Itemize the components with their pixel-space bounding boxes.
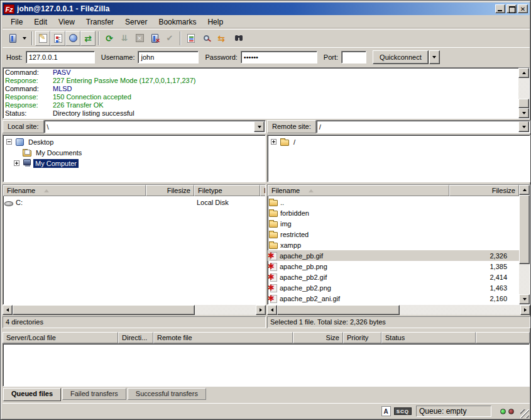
directory-filters-button[interactable]: [183, 31, 199, 46]
minimize-button[interactable]: [495, 4, 505, 13]
image-file-icon: [269, 273, 277, 282]
collapse-icon[interactable]: [6, 139, 12, 145]
log-line-label: Status:: [5, 109, 53, 118]
menu-bookmarks[interactable]: Bookmarks: [153, 16, 202, 28]
remote-file-row[interactable]: apache_pb2.png1,463: [268, 282, 518, 293]
close-button[interactable]: [518, 4, 528, 13]
synchronized-browsing-button[interactable]: [229, 31, 244, 46]
remote-site-combobox[interactable]: /: [316, 120, 530, 133]
toggle-local-treeview-button[interactable]: [50, 31, 65, 46]
menu-edit[interactable]: Edit: [28, 16, 53, 28]
tree-item-desktop[interactable]: Desktop: [3, 136, 265, 147]
menu-file[interactable]: File: [5, 16, 28, 28]
menu-server[interactable]: Server: [119, 16, 153, 28]
queue-column-server-local-file[interactable]: Server/Local file: [3, 332, 118, 343]
refresh-button[interactable]: ⟳: [102, 31, 117, 46]
port-label: Port:: [324, 53, 338, 61]
toggle-transfer-queue-button[interactable]: ⇄: [80, 31, 96, 46]
menu-transfer[interactable]: Transfer: [80, 16, 119, 28]
site-manager-dropdown-button[interactable]: [20, 31, 29, 46]
process-queue-button[interactable]: ⇊: [117, 31, 132, 46]
menu-view[interactable]: View: [53, 16, 80, 28]
scroll-up-button[interactable]: [519, 185, 530, 195]
scroll-right-button[interactable]: [520, 305, 530, 315]
scrollbar-thumb[interactable]: [13, 305, 195, 315]
local-site-combobox[interactable]: \: [44, 120, 266, 133]
scroll-left-button[interactable]: [3, 305, 13, 315]
queue-column-priority[interactable]: Priority: [343, 332, 381, 343]
tree-item-my-computer[interactable]: My Computer: [3, 158, 265, 169]
transfer-queue-list[interactable]: [3, 343, 530, 387]
remote-site-dropdown-button[interactable]: [518, 121, 529, 132]
tab-queued-files[interactable]: Queued files: [3, 388, 61, 401]
scroll-down-button[interactable]: [518, 108, 529, 118]
process-queue-icon: ⇊: [121, 33, 128, 43]
local-column-last-modified[interactable]: L: [260, 185, 266, 196]
remote-file-row[interactable]: forbidden: [268, 207, 518, 218]
tab-successful-transfers[interactable]: Successful transfers: [128, 388, 206, 400]
remote-file-list: Filename Filesize .. forbidden img restr…: [267, 184, 530, 305]
window-title: john@127.0.0.1 - FileZilla: [17, 4, 495, 13]
remote-file-row-selected[interactable]: apache_pb.gif2,326: [268, 250, 518, 261]
local-column-filesize[interactable]: Filesize: [146, 185, 194, 196]
activity-led-red: [508, 409, 514, 414]
remote-file-row[interactable]: apache_pb2_ani.gif2,160: [268, 293, 518, 304]
local-site-dropdown-button[interactable]: [254, 121, 265, 132]
queue-column-direction[interactable]: Directi...: [118, 332, 153, 343]
remote-file-row[interactable]: restricted: [268, 229, 518, 240]
tree-item-my-documents[interactable]: My Documents: [3, 147, 265, 158]
folder-icon: [269, 243, 278, 249]
remote-file-row[interactable]: apache_pb2.gif2,414: [268, 272, 518, 282]
scroll-left-button[interactable]: [267, 305, 277, 315]
remote-vertical-scrollbar[interactable]: [519, 185, 530, 304]
expand-icon[interactable]: [271, 139, 276, 145]
disconnect-button[interactable]: ✕: [147, 31, 162, 46]
local-horizontal-scrollbar[interactable]: [3, 305, 266, 315]
site-manager-icon: [9, 34, 16, 43]
remote-file-row[interactable]: img: [268, 218, 518, 229]
resize-grip[interactable]: [520, 409, 529, 418]
tab-failed-transfers[interactable]: Failed transfers: [62, 388, 126, 400]
toggle-message-log-button[interactable]: [35, 31, 50, 46]
site-manager-button[interactable]: [5, 31, 20, 46]
remote-column-filename[interactable]: Filename: [268, 185, 449, 196]
maximize-button[interactable]: [506, 4, 517, 13]
queue-column-size[interactable]: Size: [293, 332, 343, 343]
password-input[interactable]: [241, 51, 317, 64]
cancel-operation-button[interactable]: ✕: [132, 31, 147, 46]
host-input[interactable]: [26, 51, 95, 64]
check-icon: ✔: [167, 33, 173, 43]
queue-column-status[interactable]: Status: [381, 332, 476, 343]
scroll-right-button[interactable]: [256, 305, 266, 315]
scrollbar-thumb[interactable]: [518, 99, 529, 108]
find-files-button[interactable]: [199, 31, 214, 46]
remote-file-row[interactable]: apache_pb.png1,385: [268, 261, 518, 272]
local-pane: Local site: \ Desktop My Documents My Co…: [3, 120, 266, 329]
quickconnect-dropdown-button[interactable]: [429, 50, 440, 64]
port-input[interactable]: [341, 51, 366, 64]
local-column-filetype[interactable]: Filetype: [194, 185, 260, 196]
queue-column-remote-file[interactable]: Remote file: [153, 332, 293, 343]
file-name: apache_pb2.gif: [280, 274, 455, 281]
tree-item-root[interactable]: /: [268, 136, 530, 147]
toggle-remote-treeview-button[interactable]: [65, 31, 80, 46]
remote-column-filesize[interactable]: Filesize: [449, 185, 519, 196]
scroll-down-button[interactable]: [519, 294, 530, 304]
menu-help[interactable]: Help: [202, 16, 229, 28]
expand-icon[interactable]: [14, 160, 19, 166]
compare-directories-button[interactable]: ⇆: [214, 31, 229, 46]
log-line-text: 150 Connection accepted: [53, 93, 131, 101]
remote-file-row[interactable]: ..: [268, 197, 518, 207]
remote-horizontal-scrollbar[interactable]: [267, 305, 530, 315]
username-input[interactable]: [138, 51, 199, 64]
local-column-filename[interactable]: Filename: [3, 185, 146, 196]
quickconnect-button[interactable]: Quickconnect: [373, 50, 429, 64]
local-file-row[interactable]: C: Local Disk: [3, 197, 265, 207]
log-vertical-scrollbar[interactable]: [518, 68, 529, 118]
abort-button[interactable]: ✔: [162, 31, 177, 46]
scrollbar-thumb[interactable]: [277, 305, 400, 315]
scrollbar-thumb[interactable]: [519, 195, 530, 264]
remote-file-row[interactable]: xampp: [268, 240, 518, 250]
scroll-up-button[interactable]: [518, 68, 529, 78]
file-name: xampp: [280, 241, 455, 249]
